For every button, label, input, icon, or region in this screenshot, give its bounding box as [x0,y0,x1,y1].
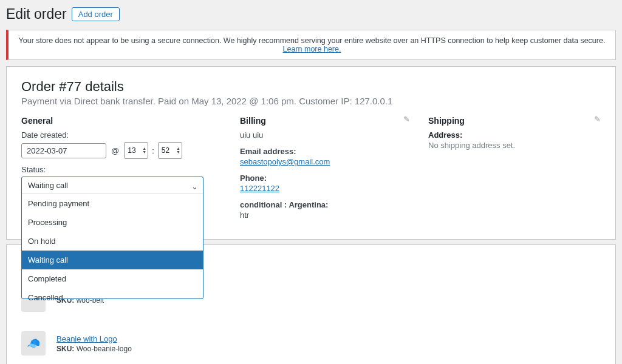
page-title: Edit order [6,6,67,22]
product-sku: SKU: Woo-beanie-logo [56,345,132,353]
minute-stepper[interactable]: 52 ▲▼ [158,142,182,159]
notice-text: Your store does not appear to be using a… [19,36,606,45]
billing-email-label: Email address: [240,147,410,156]
status-option-pending[interactable]: Pending payment [22,194,203,213]
order-panel: Order #77 details Payment via Direct ban… [6,66,616,240]
edit-shipping-icon[interactable]: ✎ [594,115,601,124]
status-label: Status: [21,165,222,174]
date-created-label: Date created: [21,130,222,140]
billing-email-link[interactable]: sebastopolys@gmail.com [240,157,330,166]
notice-learn-more-link[interactable]: Learn more here. [283,45,341,53]
date-created-input[interactable] [21,143,106,158]
product-thumbnail: 🧢 [21,331,46,356]
minute-spinner-icon[interactable]: ▲▼ [176,147,182,154]
add-order-button[interactable]: Add order [72,7,120,21]
billing-conditional-value: htr [240,211,249,220]
at-symbol: @ [109,146,121,155]
status-option-cancelled[interactable]: Cancelled [22,288,203,302]
shipping-address-value: No shipping address set. [428,141,515,150]
general-section-title: General [21,116,222,126]
status-option-onhold[interactable]: On hold [22,232,203,251]
status-option-waitingcall[interactable]: Waiting call [22,251,203,269]
shipping-address-label: Address: [428,130,601,140]
hour-stepper[interactable]: 13 ▲▼ [124,142,148,159]
status-select-head[interactable]: Waiting call ⌄ [22,177,203,194]
status-option-completed[interactable]: Completed [22,269,203,288]
billing-section-title: Billing [240,116,410,126]
product-name-link[interactable]: Beanie with Logo [56,334,132,343]
edit-billing-icon[interactable]: ✎ [403,115,410,124]
status-select[interactable]: Waiting call ⌄ Pending payment Processin… [21,177,203,299]
status-option-processing[interactable]: Processing [22,213,203,232]
billing-phone-label: Phone: [240,174,410,183]
order-item-row: 🧢 Beanie with Logo SKU: Woo-beanie-logo [21,325,601,358]
time-colon: : [151,146,156,155]
chevron-down-icon: ⌄ [191,182,198,191]
order-title: Order #77 details [21,79,601,95]
billing-conditional-label: conditional : Argentina: [240,200,410,209]
shipping-section-title: Shipping [428,116,601,126]
billing-name: uiu uiu [240,130,410,140]
billing-phone-link[interactable]: 112221122 [240,184,279,193]
order-subhead: Payment via Direct bank transfer. Paid o… [21,96,601,106]
hour-spinner-icon[interactable]: ▲▼ [142,147,148,154]
security-notice: Your store does not appear to be using a… [6,30,616,60]
